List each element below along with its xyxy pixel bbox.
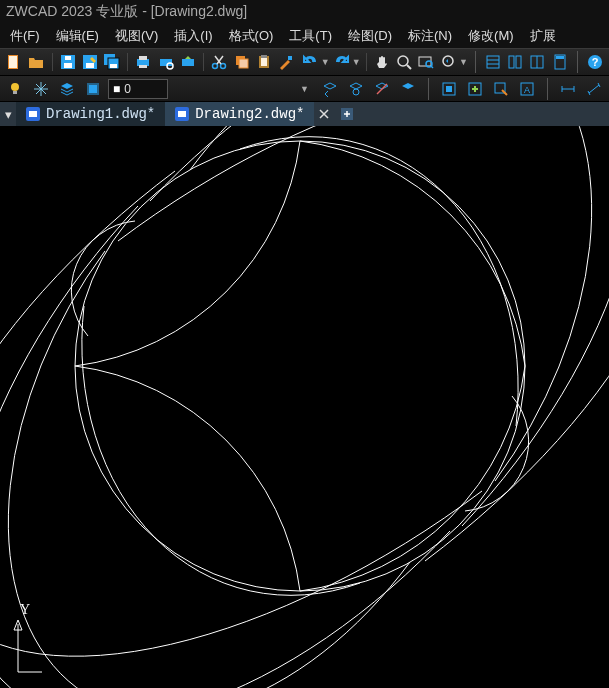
undo-dropdown[interactable]: ▼ [321,57,330,67]
layer-state-button[interactable] [82,78,104,100]
menu-insert[interactable]: 插入(I) [166,25,220,47]
tab-close-button[interactable] [314,102,334,126]
tool-palettes-icon [529,54,545,70]
zoom-icon [396,54,412,70]
new-file-button[interactable] [4,51,24,73]
redo-button[interactable] [332,51,352,73]
paste-button[interactable] [254,51,274,73]
save-all-button[interactable] [102,51,122,73]
menu-dimension[interactable]: 标注(N) [400,25,460,47]
layer-off-button[interactable] [371,78,393,100]
svg-rect-32 [516,56,521,68]
folder-open-icon [28,54,44,70]
cut-button[interactable] [209,51,229,73]
design-center-icon [507,54,523,70]
dim-linear-button[interactable] [557,78,579,100]
separator [366,53,367,71]
zoom-previous-icon [441,54,457,70]
copy-button[interactable] [231,51,251,73]
open-file-button[interactable] [26,51,46,73]
layer-on-button[interactable] [397,78,419,100]
dim-aligned-button[interactable] [583,78,605,100]
save-all-icon [104,54,120,70]
design-center-button[interactable] [505,51,525,73]
group-separator [547,78,548,100]
svg-rect-6 [86,63,94,68]
zoom-realtime-button[interactable] [394,51,414,73]
ucs-icon: Y [6,602,46,682]
layer-iso-button[interactable] [345,78,367,100]
match-prop-button[interactable] [276,51,296,73]
layer-freeze-button[interactable] [30,78,52,100]
zoom-dropdown[interactable]: ▼ [459,57,468,67]
layer-off-icon [374,81,390,97]
help-button[interactable]: ? [585,51,605,73]
menu-tools[interactable]: 工具(T) [281,25,340,47]
tool-palettes-button[interactable] [527,51,547,73]
block-edit-button[interactable] [490,78,512,100]
menu-extend[interactable]: 扩展 [522,25,564,47]
svg-text:A: A [524,85,530,95]
svg-point-39 [11,83,19,91]
help-icon: ? [587,54,603,70]
menu-view[interactable]: 视图(V) [107,25,166,47]
lightbulb-icon [7,81,23,97]
menu-file[interactable]: 件(F) [2,25,48,47]
layer-prev-button[interactable] [319,78,341,100]
layer-manager-button[interactable] [56,78,78,100]
save-as-button[interactable] [80,51,100,73]
drawing-canvas[interactable]: Y [0,126,609,688]
menu-draw[interactable]: 绘图(D) [340,25,400,47]
calc-button[interactable] [550,51,570,73]
svg-rect-11 [139,56,147,60]
copy-icon [234,54,250,70]
svg-rect-40 [13,91,17,94]
block-button[interactable] [438,78,460,100]
print-preview-button[interactable] [156,51,176,73]
combo-dropdown[interactable]: ▼ [300,84,309,94]
svg-line-54 [589,85,599,93]
block-insert-icon [467,81,483,97]
svg-rect-10 [137,59,149,66]
dim-aligned-icon [586,81,602,97]
block-insert-button[interactable] [464,78,486,100]
tab-drawing1[interactable]: Drawing1.dwg* [16,102,165,126]
zoom-previous-button[interactable] [439,51,459,73]
redo-icon [334,54,350,70]
print-button[interactable] [133,51,153,73]
plot-icon [180,54,196,70]
tab-new-button[interactable] [334,102,360,126]
pan-button[interactable] [372,51,392,73]
hand-icon [374,54,390,70]
svg-rect-15 [182,59,194,66]
svg-rect-21 [261,58,267,66]
zoom-window-icon [418,54,434,70]
zoom-window-button[interactable] [416,51,436,73]
layer-light-button[interactable] [4,78,26,100]
menu-format[interactable]: 格式(O) [221,25,282,47]
tab-label: Drawing2.dwg* [195,106,304,122]
undo-button[interactable] [300,51,320,73]
menu-modify[interactable]: 修改(M) [460,25,522,47]
tab-drawing2[interactable]: Drawing2.dwg* [165,102,314,126]
layer-combo[interactable]: ■ 0 [108,79,168,99]
save-button[interactable] [58,51,78,73]
layer-color-swatch: ■ [113,82,120,96]
properties-button[interactable] [483,51,503,73]
layer-on-icon [400,81,416,97]
svg-rect-4 [65,56,71,60]
tabs-list-dropdown[interactable]: ▾ [0,102,16,126]
redo-dropdown[interactable]: ▼ [352,57,361,67]
layer-iso-icon [348,81,364,97]
group-separator [577,51,578,73]
scissors-icon [211,54,227,70]
snowflake-icon [33,81,49,97]
svg-point-17 [221,64,226,69]
menu-edit[interactable]: 编辑(E) [48,25,107,47]
plot-button[interactable] [178,51,198,73]
tab-label: Drawing1.dwg* [46,106,155,122]
save-as-icon [82,54,98,70]
paste-icon [256,54,272,70]
block-attr-button[interactable]: A [516,78,538,100]
document-tabs: ▾ Drawing1.dwg* Drawing2.dwg* [0,102,609,126]
